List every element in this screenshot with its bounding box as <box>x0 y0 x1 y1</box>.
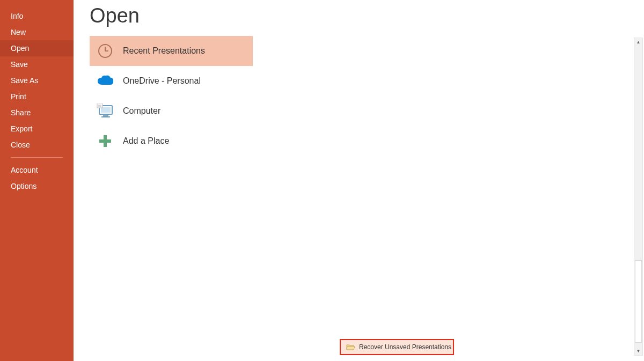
sidebar-item-label: Open <box>11 44 29 53</box>
sidebar-item-label: Account <box>11 166 38 174</box>
svg-rect-6 <box>101 116 110 117</box>
sidebar-item-account[interactable]: Account <box>0 162 74 178</box>
sidebar-item-label: Save As <box>11 76 38 85</box>
location-label: Add a Place <box>123 136 169 146</box>
svg-rect-7 <box>97 104 103 108</box>
location-item-onedrive[interactable]: OneDrive - Personal <box>90 66 253 96</box>
sidebar-divider <box>11 157 63 158</box>
sidebar-item-label: Options <box>11 182 36 190</box>
clock-icon <box>96 42 114 60</box>
computer-icon <box>96 102 114 120</box>
location-label: Computer <box>123 106 160 116</box>
sidebar-item-label: Info <box>11 12 23 20</box>
scroll-down-icon[interactable]: ▼ <box>634 347 642 355</box>
sidebar-item-save-as[interactable]: Save As <box>0 72 74 89</box>
sidebar-item-save[interactable]: Save <box>0 56 74 72</box>
sidebar-item-share[interactable]: Share <box>0 105 74 121</box>
plus-icon <box>96 132 114 150</box>
svg-rect-5 <box>103 115 108 116</box>
sidebar-item-options[interactable]: Options <box>0 178 74 194</box>
folder-open-icon <box>346 344 355 350</box>
sidebar-item-export[interactable]: Export <box>0 121 74 137</box>
svg-rect-11 <box>99 139 111 143</box>
page-title: Open <box>90 4 644 27</box>
sidebar: Info New Open Save Save As Print Share E… <box>0 0 74 361</box>
main-panel: Open Recent Presentations OneDrive - Per… <box>74 0 644 361</box>
sidebar-item-label: Save <box>11 60 28 69</box>
sidebar-item-new[interactable]: New <box>0 24 74 40</box>
vertical-scrollbar[interactable]: ▲ ▼ <box>634 38 643 356</box>
location-label: OneDrive - Personal <box>123 76 201 86</box>
scroll-thumb[interactable] <box>635 260 642 343</box>
location-item-recent[interactable]: Recent Presentations <box>90 36 253 66</box>
recover-label: Recover Unsaved Presentations <box>359 343 451 351</box>
sidebar-item-label: Print <box>11 92 26 101</box>
scroll-up-icon[interactable]: ▲ <box>634 38 642 46</box>
location-label: Recent Presentations <box>123 46 205 56</box>
sidebar-item-print[interactable]: Print <box>0 89 74 105</box>
location-item-add-place[interactable]: Add a Place <box>90 126 253 156</box>
sidebar-item-open[interactable]: Open <box>0 40 74 56</box>
sidebar-item-label: Export <box>11 124 32 133</box>
sidebar-item-info[interactable]: Info <box>0 8 74 24</box>
sidebar-item-label: New <box>11 28 26 36</box>
sidebar-item-close[interactable]: Close <box>0 137 74 153</box>
onedrive-icon <box>96 72 114 90</box>
sidebar-item-label: Share <box>11 108 31 117</box>
location-list: Recent Presentations OneDrive - Personal <box>90 36 253 156</box>
recover-unsaved-button[interactable]: Recover Unsaved Presentations <box>340 339 454 355</box>
location-item-computer[interactable]: Computer <box>90 96 253 126</box>
sidebar-item-label: Close <box>11 141 30 149</box>
